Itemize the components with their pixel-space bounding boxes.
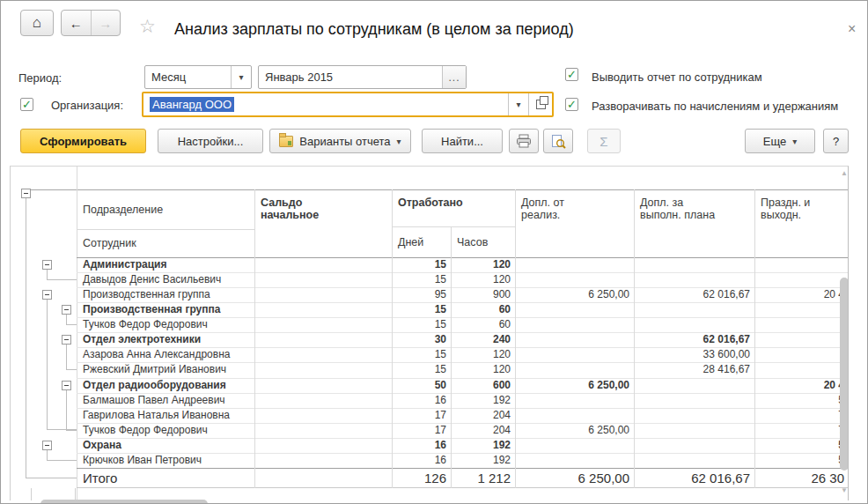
print-preview-icon (551, 134, 566, 149)
days-cell: 16 (392, 454, 451, 468)
hours-cell: 192 (451, 394, 515, 408)
chevron-down-icon[interactable]: ▾ (508, 93, 528, 115)
help-button[interactable]: ? (823, 129, 849, 153)
holidays-cell (754, 318, 847, 332)
report-grid: Подразделение Сотрудник Сальдо начальное… (10, 166, 849, 500)
back-button[interactable]: ← (62, 11, 91, 35)
holidays-cell (754, 363, 847, 377)
favorites-star-icon[interactable]: ☆ (139, 16, 156, 37)
period-type-select[interactable]: Месяц ▾ (144, 65, 252, 89)
home-icon: ⌂ (33, 14, 41, 32)
collapse-icon[interactable] (62, 335, 71, 345)
days-cell: 17 (392, 424, 451, 438)
department-cell: Охрана (77, 439, 254, 453)
department-cell: Отдел электротехники (77, 333, 254, 347)
find-button[interactable]: Найти... (422, 129, 503, 153)
table-row[interactable]: Балмашов Павел Андреевич161925 (77, 393, 849, 408)
total-saldo (254, 469, 392, 488)
total-row[interactable]: Итого 126 1 212 6 250,00 62 016,67 26 30 (77, 468, 849, 488)
table-row[interactable]: Тучков Федор Федорович1560 (77, 317, 849, 332)
hours-cell: 120 (451, 258, 515, 272)
saldo-cell (254, 424, 392, 438)
total-days: 126 (392, 469, 451, 488)
organization-input[interactable]: Авангард ООО ▾ (142, 92, 554, 117)
table-row[interactable]: Отдел радиооборудования506006 250,0020 4 (77, 378, 849, 393)
home-button[interactable]: ⌂ (20, 10, 54, 36)
extra-plan-cell (634, 303, 754, 317)
header-worked: Отработано (392, 189, 515, 226)
extra-plan-cell: 28 416,67 (634, 363, 754, 377)
header-extra-plan: Допл. за выполн. плана (634, 189, 754, 257)
help-label: ? (833, 135, 839, 148)
forward-button[interactable]: → (91, 11, 121, 35)
holidays-cell (754, 348, 847, 362)
department-cell: Производственная группа (77, 288, 254, 302)
holidays-cell: 5 (754, 454, 847, 468)
table-row[interactable]: Производственная группа959006 250,0062 0… (77, 287, 849, 302)
total-holidays: 26 30 (754, 469, 847, 488)
extra-plan-cell: 62 016,67 (634, 288, 754, 302)
saldo-cell (254, 258, 392, 272)
settings-button[interactable]: Настройки... (158, 129, 263, 153)
report-variants-button[interactable]: Варианты отчета ▾ (269, 129, 411, 153)
table-row[interactable]: Производственная группа1560 (77, 302, 849, 317)
extra-sales-cell (515, 409, 634, 423)
table-row[interactable]: Ржевский Дмитрий Иванович1512028 416,67 (77, 362, 849, 377)
saldo-cell (254, 379, 392, 393)
table-row[interactable]: Охрана161925 (77, 438, 849, 453)
hours-cell: 120 (451, 363, 515, 377)
extra-plan-cell (634, 454, 754, 468)
open-value-button[interactable] (528, 93, 552, 115)
table-row[interactable]: Давыдов Денис Васильевич15120 (77, 272, 849, 287)
header-hours: Часов (451, 226, 515, 257)
chevron-down-icon[interactable]: ▾ (231, 66, 251, 88)
close-icon[interactable]: × (848, 21, 856, 37)
table-row[interactable]: Гаврилова Наталья Ивановна172047 (77, 408, 849, 423)
scrollbar-up-icon[interactable]: ▲ (839, 169, 849, 177)
more-button[interactable]: Еще ▾ (745, 129, 815, 153)
saldo-cell (254, 348, 392, 362)
period-picker-button[interactable]: ... (442, 66, 466, 88)
extra-sales-cell (515, 303, 634, 317)
holidays-cell: 7 (754, 409, 847, 423)
days-cell: 15 (392, 363, 451, 377)
hours-cell: 192 (451, 439, 515, 453)
period-value-input[interactable]: Январь 2015 ... (258, 65, 467, 89)
expand-by-accruals-checkbox[interactable]: ✓ (565, 98, 578, 111)
chevron-down-icon: ▾ (397, 137, 401, 146)
hours-cell: 60 (451, 318, 515, 332)
horizontal-scrollbar-thumb[interactable] (40, 500, 208, 504)
saldo-cell (254, 454, 392, 468)
hours-cell: 204 (451, 424, 515, 438)
report-by-employees-label: Выводить отчет по сотрудникам (592, 70, 762, 84)
vertical-scrollbar-thumb[interactable] (840, 278, 849, 471)
period-label: Период: (18, 71, 62, 85)
table-row[interactable]: Тучков Федор Федорович172046 250,007 (77, 423, 849, 438)
collapse-all-icon[interactable] (21, 189, 31, 198)
table-row[interactable]: Крючков Иван Петрович161925 (77, 453, 849, 468)
report-by-employees-checkbox[interactable]: ✓ (565, 68, 578, 81)
table-row[interactable]: Администрация15120 (77, 257, 849, 272)
report-variants-icon (279, 136, 293, 147)
print-preview-button[interactable] (543, 129, 573, 153)
holidays-cell: 7 (754, 424, 847, 438)
collapse-icon[interactable] (42, 290, 52, 300)
header-days: Дней (392, 226, 451, 257)
organization-checkbox[interactable]: ✓ (20, 98, 33, 111)
collapse-icon[interactable] (62, 381, 71, 390)
scrollbar-down-icon[interactable]: ▼ (839, 486, 849, 494)
collapse-icon[interactable] (42, 441, 52, 450)
collapse-icon[interactable] (42, 260, 52, 270)
hours-cell: 900 (451, 288, 515, 302)
table-row[interactable]: Азарова Анна Александровна1512033 600,00 (77, 347, 849, 362)
collapse-icon[interactable] (62, 305, 71, 315)
generate-label: Сформировать (40, 135, 127, 148)
days-cell: 15 (392, 258, 451, 272)
days-cell: 15 (392, 303, 451, 317)
column-divider (515, 189, 516, 488)
sum-button[interactable]: Σ (587, 129, 621, 153)
table-row[interactable]: Отдел электротехники3024062 016,67 (77, 332, 849, 347)
print-button[interactable] (509, 129, 539, 153)
check-icon: ✓ (22, 98, 32, 111)
generate-button[interactable]: Сформировать (20, 129, 146, 153)
